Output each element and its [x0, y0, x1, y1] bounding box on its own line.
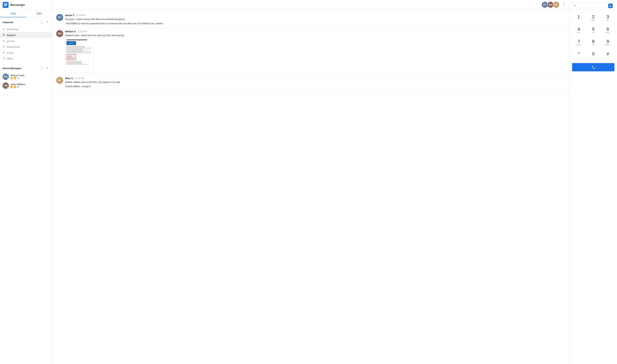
dial-key-9[interactable]: 9 WXYZ	[601, 37, 615, 48]
avatar-circle: DT	[56, 14, 63, 21]
chat-more-button[interactable]: ⋮	[561, 2, 567, 7]
dm-item-0[interactable]: MS Michael Smith 📶 📶 12	[0, 72, 52, 81]
app-header: Messenger	[0, 0, 52, 10]
message-avatar: WA	[56, 30, 63, 37]
dial-number: 2	[592, 14, 595, 19]
dial-letters: JKL	[592, 32, 595, 34]
message-text: I told William to send his paperwork her…	[65, 22, 566, 25]
dial-number: 3	[606, 14, 609, 19]
header-avatars: DTWAMC	[541, 1, 560, 8]
dm-count: 12	[17, 77, 19, 79]
dm-status: 📶 📶 12	[11, 77, 25, 79]
dial-number: *	[578, 52, 579, 56]
dial-key-4[interactable]: 4 GHI	[572, 25, 585, 36]
dial-number: 5	[592, 27, 595, 31]
tab-sms[interactable]: SMS	[26, 10, 52, 17]
channels-section-header: Channels ⋮ +	[0, 17, 52, 26]
dm-item-1[interactable]: JW Jason Williams 📶 📶 08	[0, 81, 52, 90]
dial-letters: DEF	[606, 19, 610, 21]
app-icon	[2, 2, 9, 8]
message-avatar: DT	[56, 14, 63, 21]
dial-key-0[interactable]: 0 +	[587, 50, 600, 61]
dial-key-6[interactable]: 6 MNO	[601, 25, 615, 36]
signal-icon: 📶	[11, 86, 13, 88]
dial-number: 6	[606, 27, 609, 31]
message-text: @Mark, William sent us the BOL, all is g…	[65, 80, 566, 84]
channel-item-private[interactable]: # private	[0, 50, 52, 56]
signal-icon: 📶	[11, 77, 13, 79]
wifi-icon: 📶	[14, 86, 16, 88]
main-content: DTWAMC ⋮ DT Daniel T. 11:45 PM Hey guys,…	[52, 0, 569, 364]
dm-more-button[interactable]: ⋮	[39, 66, 44, 70]
call-button[interactable]	[572, 63, 615, 71]
dial-key-#[interactable]: #	[601, 50, 615, 61]
channel-name: general	[7, 40, 14, 42]
dial-key-*[interactable]: *	[572, 50, 585, 61]
message-group-2: MC Mary C. 14:45 PM @Mark, William sent …	[52, 75, 569, 91]
dial-letters: +	[593, 56, 594, 58]
message-group-1: WA William A. 12:05 PM Dispatch team...M…	[52, 28, 569, 75]
app-title: Messenger	[10, 3, 25, 7]
dial-key-1[interactable]: 1	[572, 12, 585, 24]
dial-letters: TUV	[591, 44, 595, 46]
dial-number: #	[606, 52, 609, 56]
channel-name: safety	[7, 57, 13, 60]
channel-item-maintenance[interactable]: # maintenance	[0, 44, 52, 50]
channels-add-button[interactable]: +	[45, 20, 50, 25]
dm-actions: ⋮ +	[39, 66, 50, 70]
dialpad-search-input[interactable]	[578, 5, 607, 7]
channel-name: private	[7, 51, 14, 54]
dm-count: 08	[17, 86, 19, 88]
channel-item-dispatch[interactable]: # dispatch	[0, 32, 52, 38]
channel-hash-icon: #	[2, 57, 5, 60]
dial-number: 9	[606, 39, 609, 44]
document-attachment[interactable]: SELECT FARGO RECEIVED BY Mark Johnson	[65, 38, 94, 73]
dial-key-3[interactable]: 3 DEF	[601, 12, 615, 24]
contact-book-button[interactable]	[608, 4, 613, 8]
dial-letters: ABC	[591, 19, 595, 21]
message-text: Dispatch team...Mark told me to send you…	[65, 34, 566, 37]
dm-name: Michael Smith	[11, 74, 25, 77]
channel-hash-icon: #	[2, 33, 5, 37]
dial-key-5[interactable]: 5 JKL	[587, 25, 600, 36]
channel-hash-icon: #	[2, 45, 5, 49]
channel-item-safety[interactable]: # safety	[0, 56, 52, 62]
dialpad-panel: 1 2 ABC 3 DEF 4 GHI 5 JKL 6 MNO 7 PQRS 8…	[569, 0, 617, 364]
dm-status: 📶 📶 08	[11, 86, 25, 88]
dial-letters: PQRS	[576, 44, 581, 46]
dm-list: MS Michael Smith 📶 📶 12 JW Jason William…	[0, 72, 52, 91]
channels-more-button[interactable]: ⋮	[39, 20, 44, 25]
phone-icon	[591, 65, 595, 69]
channels-actions: ⋮ +	[39, 20, 50, 25]
message-text: Thanks William - we got it.	[65, 85, 566, 88]
status-dot	[7, 78, 9, 80]
dial-number: 4	[577, 27, 580, 31]
message-header: Daniel T. 11:45 PM	[65, 14, 566, 17]
dial-key-7[interactable]: 7 PQRS	[572, 37, 585, 48]
channel-name: maintenance	[7, 46, 20, 48]
dial-key-2[interactable]: 2 ABC	[587, 12, 600, 24]
channel-item-general[interactable]: # general	[0, 38, 52, 44]
dialpad-grid: 1 2 ABC 3 DEF 4 GHI 5 JKL 6 MNO 7 PQRS 8…	[572, 12, 615, 61]
dial-key-8[interactable]: 8 TUV	[587, 37, 600, 48]
tab-bar: Chat SMS	[0, 10, 52, 17]
dm-add-button[interactable]: +	[45, 66, 50, 70]
search-icon	[574, 4, 577, 7]
dial-letters: WXYZ	[605, 44, 610, 46]
chat-messages: DT Daniel T. 11:45 PM Hey guys, I have t…	[52, 10, 569, 364]
dm-title: Direct Messages	[2, 67, 21, 70]
message-text: Hey guys, I have to leave work due to a …	[65, 18, 566, 21]
dial-number: 0	[592, 52, 595, 56]
dialpad-search-bar	[572, 2, 615, 9]
dm-avatar: MS	[2, 74, 9, 80]
channel-item-accounting[interactable]: # accounting	[0, 26, 52, 32]
dial-number: 1	[577, 14, 580, 19]
avatar-circle: MC	[56, 77, 63, 84]
channel-name: dispatch	[7, 34, 15, 37]
wifi-icon: 📶	[14, 77, 16, 79]
dial-number: 7	[577, 39, 580, 44]
channel-hash-icon: #	[2, 39, 5, 43]
dm-info: Michael Smith 📶 📶 12	[11, 74, 25, 79]
tab-chat[interactable]: Chat	[0, 10, 26, 17]
sidebar: Messenger Chat SMS Channels ⋮ + # accoun…	[0, 0, 52, 364]
